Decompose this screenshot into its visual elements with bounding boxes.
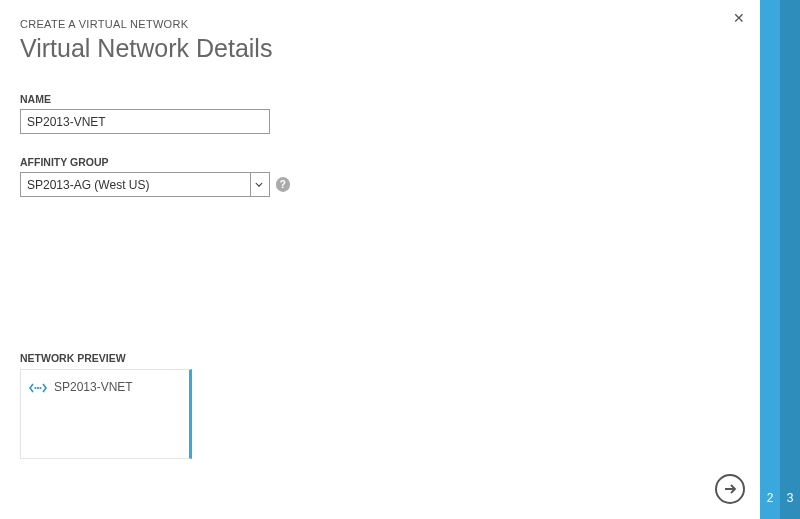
step-2[interactable]: 2 [760, 491, 780, 505]
step-3[interactable]: 3 [780, 491, 800, 505]
preview-label: NETWORK PREVIEW [20, 352, 192, 364]
network-preview-box: SP2013-VNET [20, 369, 192, 459]
svg-point-0 [34, 387, 36, 389]
network-icon [29, 381, 47, 398]
affinity-select[interactable]: SP2013-AG (West US) [20, 172, 270, 197]
wizard-step-rail: 2 3 [760, 0, 800, 519]
chevron-down-icon [250, 173, 268, 196]
affinity-label: AFFINITY GROUP [20, 156, 740, 168]
page-title: Virtual Network Details [20, 34, 740, 63]
breadcrumb: CREATE A VIRTUAL NETWORK [20, 18, 740, 30]
name-label: NAME [20, 93, 740, 105]
arrow-right-icon [723, 482, 737, 496]
svg-point-1 [37, 387, 39, 389]
svg-point-2 [39, 387, 41, 389]
close-button[interactable]: ✕ [733, 10, 745, 26]
name-input[interactable] [20, 109, 270, 134]
next-button[interactable] [715, 474, 745, 504]
preview-name: SP2013-VNET [54, 380, 133, 394]
help-icon[interactable]: ? [276, 177, 290, 192]
affinity-selected-text: SP2013-AG (West US) [27, 178, 250, 192]
